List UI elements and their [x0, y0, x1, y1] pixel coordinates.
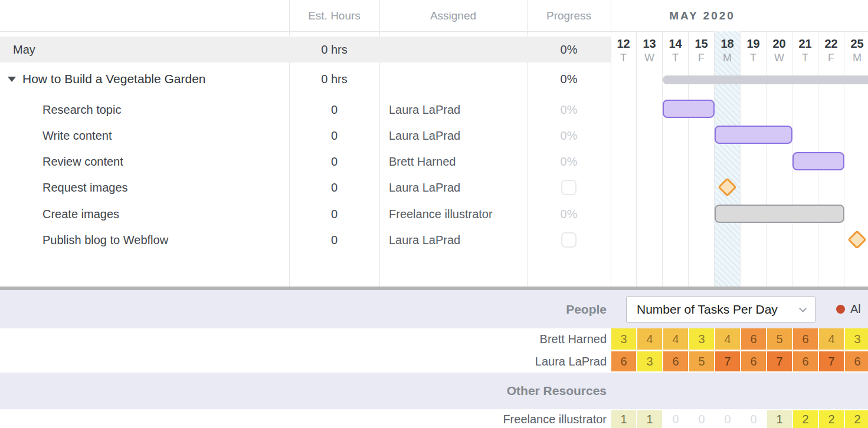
collapse-caret-icon[interactable]: [8, 77, 16, 82]
heatmap-cell[interactable]: 6: [793, 351, 818, 371]
heatmap-cell[interactable]: 4: [819, 328, 844, 350]
day-letter: W: [637, 52, 662, 63]
heatmap-cell[interactable]: 0: [741, 410, 766, 428]
heatmap-cell[interactable]: 0: [689, 410, 714, 428]
table-row-task[interactable]: Review content 0 Brett Harned 0%: [0, 149, 611, 175]
progress-cell[interactable]: 0%: [527, 123, 611, 149]
day-letter: T: [792, 52, 818, 63]
legend-dot-icon: [836, 305, 845, 314]
assigned-cell[interactable]: Freelance illustrator: [389, 201, 525, 227]
heatmap-cell[interactable]: 7: [767, 351, 792, 371]
table-row-task[interactable]: Request images 0 Laura LaPrad: [0, 175, 611, 200]
heatmap-cell[interactable]: 1: [611, 410, 636, 428]
assigned-cell[interactable]: Laura LaPrad: [389, 97, 525, 123]
progress-cell[interactable]: 0%: [527, 149, 611, 175]
table-row-task[interactable]: Write content 0 Laura LaPrad 0%: [0, 123, 611, 149]
heatmap-cell[interactable]: 5: [767, 328, 792, 350]
day-number: 12: [611, 38, 636, 50]
heatmap-cell[interactable]: 4: [715, 328, 740, 350]
heatmap-cell[interactable]: 7: [715, 351, 740, 371]
progress-cell[interactable]: 0%: [527, 66, 611, 92]
heatmap-cell[interactable]: 3: [845, 328, 868, 350]
task-name[interactable]: Create images: [42, 201, 119, 227]
heatmap-cell[interactable]: 3: [637, 351, 662, 371]
heatmap-cell[interactable]: 3: [611, 328, 636, 350]
heatmap-cell[interactable]: 4: [637, 328, 662, 350]
est-hours-cell: 0 hrs: [289, 37, 379, 62]
day-number: 18: [715, 38, 740, 50]
progress-checkbox[interactable]: [561, 232, 577, 248]
heatmap-cell[interactable]: 2: [793, 410, 818, 428]
heatmap-cell[interactable]: 2: [845, 410, 868, 428]
heatmap-cell[interactable]: 4: [663, 328, 688, 350]
heatmap-row: 3 4 4 3 4 6 5 6 4 3: [611, 328, 868, 350]
day-header: 25M: [844, 31, 868, 287]
heatmap-cell[interactable]: 6: [663, 351, 688, 371]
gantt-bar-review-content[interactable]: [792, 152, 844, 170]
heatmap-cell[interactable]: 2: [819, 410, 844, 428]
est-hours-cell[interactable]: 0: [289, 201, 379, 227]
est-hours-cell[interactable]: 0: [289, 227, 379, 253]
assigned-cell[interactable]: Laura LaPrad: [389, 227, 525, 253]
est-hours-cell[interactable]: 0: [289, 175, 379, 200]
day-header-today: 18M: [715, 31, 741, 287]
heatmap-cell[interactable]: 6: [793, 328, 818, 350]
day-number: 15: [689, 38, 714, 50]
heatmap-cell[interactable]: 1: [767, 410, 792, 428]
heatmap-cell[interactable]: 7: [819, 351, 844, 371]
person-name: Freelance illustrator: [0, 410, 607, 428]
day-number: 20: [767, 38, 792, 50]
est-hours-cell[interactable]: 0: [289, 149, 379, 175]
est-hours-cell[interactable]: 0 hrs: [289, 66, 379, 92]
heatmap-cell[interactable]: 6: [611, 351, 636, 371]
heatmap-cell[interactable]: 6: [741, 351, 766, 371]
progress-cell[interactable]: 0%: [527, 97, 611, 123]
gantt-bar-write-content[interactable]: [715, 126, 792, 144]
table-row-task[interactable]: Create images 0 Freelance illustrator 0%: [0, 201, 611, 227]
table-row-group[interactable]: How to Build a Vegetable Garden 0 hrs 0%: [0, 66, 611, 92]
column-header-assigned: Assigned: [379, 0, 527, 31]
day-letter: T: [611, 52, 636, 63]
heatmap-cell[interactable]: 6: [741, 328, 766, 350]
heatmap-cell[interactable]: 1: [637, 410, 662, 428]
person-name: Laura LaPrad: [0, 351, 607, 371]
gantt-timeline: MAY 2020 12T 13W 14T 15F 18M 19T 20W 21T…: [611, 0, 868, 287]
heatmap-cell[interactable]: 0: [663, 410, 688, 428]
progress-checkbox[interactable]: [561, 180, 577, 195]
gantt-bar-create-images[interactable]: [715, 205, 844, 223]
heatmap-cell[interactable]: 6: [845, 351, 868, 371]
gantt-bar-research-topic[interactable]: [663, 100, 715, 118]
heatmap-cell[interactable]: 3: [689, 328, 714, 350]
column-header-est-hours: Est. Hours: [289, 0, 379, 31]
day-letter: T: [741, 52, 766, 63]
task-name[interactable]: Review content: [42, 149, 123, 175]
gantt-bar-group-summary[interactable]: [663, 75, 868, 84]
metric-dropdown[interactable]: Number of Tasks Per Day: [626, 297, 815, 322]
table-row-task[interactable]: Publish blog to Webflow 0 Laura LaPrad: [0, 227, 611, 253]
task-name[interactable]: Publish blog to Webflow: [42, 227, 168, 253]
day-header: 15F: [689, 31, 715, 287]
table-row-task[interactable]: Research topic 0 Laura LaPrad 0%: [0, 97, 611, 123]
heatmap-cell[interactable]: 5: [689, 351, 714, 371]
group-task-name[interactable]: How to Build a Vegetable Garden: [22, 66, 206, 92]
assigned-cell[interactable]: Brett Harned: [389, 149, 525, 175]
progress-cell[interactable]: 0%: [527, 201, 611, 227]
day-letter: T: [663, 52, 688, 63]
task-name[interactable]: Research topic: [42, 97, 121, 123]
month-row-label: May: [13, 37, 35, 62]
day-letter: M: [715, 52, 740, 63]
metric-dropdown-value: Number of Tasks Per Day: [637, 302, 778, 316]
people-header-band: People Number of Tasks Per Day Al: [0, 290, 868, 328]
day-header: 14T: [663, 31, 689, 287]
month-label: MAY 2020: [611, 0, 794, 31]
task-name[interactable]: Write content: [42, 123, 112, 149]
task-name[interactable]: Request images: [42, 175, 128, 200]
chevron-down-icon: [799, 305, 807, 312]
day-letter: F: [818, 52, 844, 63]
assigned-cell[interactable]: Laura LaPrad: [389, 175, 525, 200]
assigned-cell[interactable]: Laura LaPrad: [389, 123, 525, 149]
other-resources-label: Other Resources: [0, 373, 607, 409]
est-hours-cell[interactable]: 0: [289, 97, 379, 123]
est-hours-cell[interactable]: 0: [289, 123, 379, 149]
heatmap-cell[interactable]: 0: [715, 410, 740, 428]
